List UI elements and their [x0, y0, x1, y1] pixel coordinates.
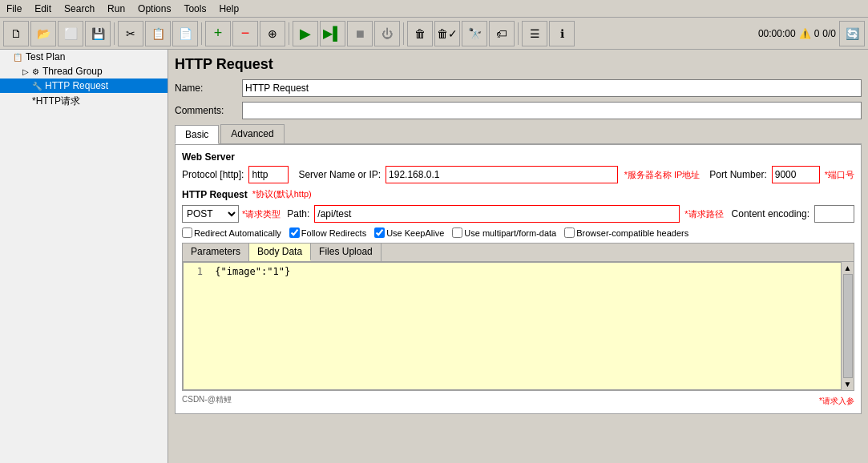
main-tabs: Basic Advanced: [175, 124, 862, 144]
toolbar-stop[interactable]: ⏹: [347, 21, 373, 46]
toolbar-add[interactable]: +: [205, 21, 231, 46]
toolbar-expand[interactable]: ⊕: [260, 21, 285, 46]
toolbar-start[interactable]: ▶: [293, 21, 318, 46]
menu-bar: File Edit Search Run Options Tools Help: [0, 0, 868, 18]
tab-content-basic: Web Server Protocol [http]: Server Name …: [175, 144, 862, 414]
toolbar-list[interactable]: ☰: [522, 21, 547, 46]
sep2: [201, 22, 202, 45]
tree-item-thread-group[interactable]: ▷ ⚙ Thread Group: [0, 64, 168, 79]
menu-file[interactable]: File: [0, 2, 28, 16]
multipart-checkbox[interactable]: [452, 227, 462, 238]
toolbar-new[interactable]: 🗋: [3, 21, 29, 46]
http-request-section-label: HTTP Request: [182, 189, 248, 200]
path-hint: *请求路径: [684, 208, 723, 220]
toolbar-cut[interactable]: ✂: [118, 21, 143, 46]
port-hint: *端口号: [825, 169, 854, 181]
menu-search[interactable]: Search: [58, 2, 101, 16]
menu-options[interactable]: Options: [131, 2, 177, 16]
watermark-label: *请求入参: [819, 396, 854, 407]
server-label: Server Name or IP:: [298, 169, 381, 180]
keepalive-checkbox[interactable]: [374, 227, 385, 238]
tree-item-test-plan[interactable]: 📋 Test Plan: [0, 50, 168, 64]
tabs-container: Basic Advanced Web Server Protocol [http…: [175, 124, 862, 414]
toolbar-info[interactable]: ℹ: [549, 21, 575, 46]
port-input[interactable]: [772, 166, 820, 183]
toolbar-template[interactable]: 🏷: [489, 21, 515, 46]
follow-redirects-checkbox[interactable]: [289, 227, 300, 238]
tab-basic[interactable]: Basic: [175, 125, 219, 144]
follow-redirects-checkbox-item: Follow Redirects: [289, 227, 366, 238]
tab-advanced[interactable]: Advanced: [220, 124, 284, 143]
menu-run[interactable]: Run: [101, 2, 131, 16]
toolbar-close[interactable]: ⬜: [58, 21, 83, 46]
toolbar-clear-all[interactable]: 🗑✓: [434, 21, 460, 46]
inner-tab-body-data[interactable]: Body Data: [249, 244, 311, 261]
warning-count: 0: [814, 28, 820, 39]
tree-label-thread-group: Thread Group: [42, 66, 103, 77]
name-label: Name:: [175, 83, 239, 94]
menu-tools[interactable]: Tools: [177, 2, 212, 16]
toolbar-shutdown[interactable]: ⏻: [374, 21, 400, 46]
toolbar-paste[interactable]: 📄: [172, 21, 198, 46]
sep5: [518, 22, 519, 45]
redirect-auto-label: Redirect Automatically: [194, 228, 281, 238]
sep3: [289, 22, 289, 45]
inner-tab-files-upload[interactable]: Files Upload: [311, 244, 382, 261]
inner-tab-parameters[interactable]: Parameters: [183, 244, 249, 261]
csdn-label: CSDN-@精鲤: [182, 394, 232, 405]
comments-input[interactable]: [242, 102, 862, 119]
redirect-auto-checkbox[interactable]: [182, 227, 192, 238]
toolbar-options[interactable]: 🔄: [839, 21, 865, 46]
server-hint: *服务器名称 IP地址: [624, 169, 700, 181]
toolbar-right-info: 00:00:00 ⚠️ 0 0/0 🔄: [758, 21, 865, 46]
toolbar-clear[interactable]: 🗑: [407, 21, 433, 46]
protocol-input[interactable]: [248, 166, 289, 183]
toolbar-start-no-pause[interactable]: ▶▌: [320, 21, 345, 46]
browser-headers-label: Browser-compatible headers: [576, 228, 688, 238]
browser-headers-checkbox[interactable]: [564, 227, 575, 238]
tree-item-http-request[interactable]: 🔧 HTTP Request: [0, 79, 168, 93]
comments-label: Comments:: [175, 105, 239, 116]
checkboxes-row: Redirect Automatically Follow Redirects …: [182, 227, 854, 238]
toolbar-remove[interactable]: −: [232, 21, 258, 46]
method-select[interactable]: POST GET PUT DELETE: [182, 205, 239, 223]
protocol-hint: *协议(默认http): [252, 188, 312, 200]
sep4: [403, 22, 404, 45]
multipart-checkbox-item: Use multipart/form-data: [452, 227, 556, 238]
follow-redirects-label: Follow Redirects: [301, 228, 366, 238]
tree-icon-http-request: 🔧: [32, 82, 42, 91]
tree-label-http-request: HTTP Request: [45, 80, 108, 91]
port-label: Port Number:: [709, 169, 766, 180]
left-panel: 📋 Test Plan ▷ ⚙ Thread Group 🔧 HTTP Requ…: [0, 50, 168, 463]
tree-label-http-request-cn: *HTTP请求: [32, 95, 80, 108]
toolbar: 🗋 📂 ⬜ 💾 ✂ 📋 📄 + − ⊕ ▶ ▶▌ ⏹ ⏻ 🗑 🗑✓ 🔭 🏷 ☰ …: [0, 18, 868, 50]
tree-icon-thread-group: ⚙: [32, 67, 39, 76]
menu-help[interactable]: Help: [212, 2, 245, 16]
main-layout: 📋 Test Plan ▷ ⚙ Thread Group 🔧 HTTP Requ…: [0, 50, 868, 463]
page-title: HTTP Request: [175, 56, 862, 73]
inner-tabs: Parameters Body Data Files Upload: [182, 243, 854, 261]
path-input[interactable]: [314, 205, 680, 223]
method-hint: *请求类型: [242, 208, 281, 220]
scroll-down-btn[interactable]: ▼: [844, 380, 852, 389]
scroll-up-btn[interactable]: ▲: [844, 264, 852, 272]
keepalive-checkbox-item: Use KeepAlive: [374, 227, 444, 238]
multipart-label: Use multipart/form-data: [464, 228, 556, 238]
menu-edit[interactable]: Edit: [28, 2, 58, 16]
server-input[interactable]: [386, 166, 618, 183]
web-server-row: Protocol [http]: Server Name or IP: *服务器…: [182, 166, 854, 183]
line-number-1: 1: [187, 266, 203, 277]
tree-item-http-request-cn[interactable]: *HTTP请求: [0, 93, 168, 110]
encoding-input[interactable]: [814, 205, 854, 223]
name-row: Name:: [175, 79, 862, 97]
path-label: Path:: [287, 208, 309, 219]
toolbar-search[interactable]: 🔭: [462, 21, 487, 46]
vertical-scrollbar[interactable]: ▲ ▼: [841, 262, 854, 390]
toolbar-open[interactable]: 📂: [30, 21, 56, 46]
toolbar-save[interactable]: 💾: [85, 21, 111, 46]
name-input[interactable]: [242, 79, 862, 97]
toolbar-copy[interactable]: 📋: [145, 21, 171, 46]
right-panel: HTTP Request Name: Comments: Basic Advan…: [168, 50, 868, 463]
comments-row: Comments:: [175, 102, 862, 119]
body-content[interactable]: 1 {"image":"1"}: [183, 262, 854, 390]
